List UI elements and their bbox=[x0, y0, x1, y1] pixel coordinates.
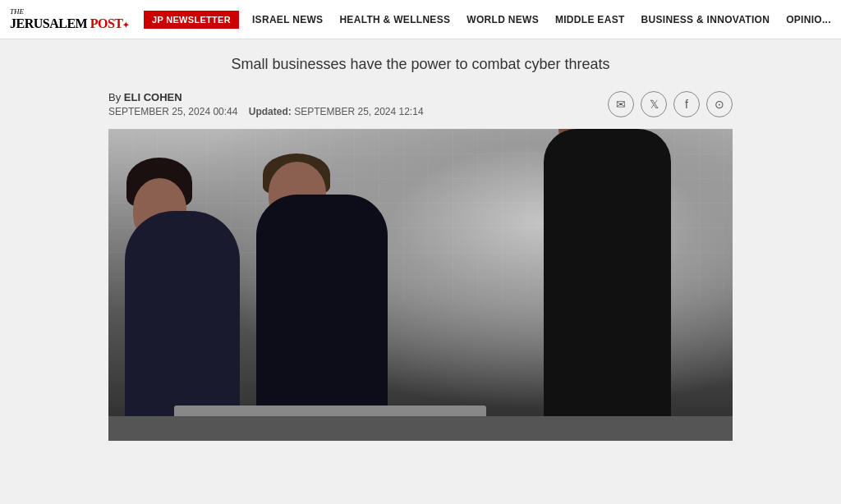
share-twitter-button[interactable]: 𝕏 bbox=[641, 91, 667, 117]
share-messenger-button[interactable]: ⊙ bbox=[706, 91, 733, 117]
social-share-bar: ✉ 𝕏 f ⊙ bbox=[608, 91, 733, 117]
main-content: Small businesses have the power to comba… bbox=[0, 39, 841, 441]
main-nav: ISRAEL NEWS HEALTH & WELLNESS WORLD NEWS… bbox=[252, 14, 831, 25]
logo-star: ✦ bbox=[122, 21, 129, 30]
nav-israel-news[interactable]: ISRAEL NEWS bbox=[252, 14, 323, 25]
nav-middle-east[interactable]: MIDDLE EAST bbox=[555, 14, 625, 25]
email-icon: ✉ bbox=[616, 98, 626, 111]
nav-opinion[interactable]: OPINIO... bbox=[786, 14, 831, 25]
person-middle bbox=[232, 153, 412, 441]
updated-date: SEPTEMBER 25, 2024 12:14 bbox=[294, 106, 423, 117]
article-image: MIS bbox=[108, 129, 733, 441]
newsletter-button[interactable]: JP NEWSLETTER bbox=[144, 11, 239, 29]
person-mid-body bbox=[256, 195, 388, 441]
publish-date: SEPTEMBER 25, 2024 00:44 bbox=[108, 106, 237, 117]
author-line: By ELI COHEN bbox=[108, 91, 424, 103]
article-meta: By ELI COHEN SEPTEMBER 25, 2024 00:44 Up… bbox=[92, 91, 749, 117]
meta-left: By ELI COHEN SEPTEMBER 25, 2024 00:44 Up… bbox=[108, 91, 424, 117]
updated-label: Updated: bbox=[249, 106, 292, 117]
article-container: Small businesses have the power to comba… bbox=[92, 56, 749, 441]
nav-health-wellness[interactable]: HEALTH & WELLNESS bbox=[339, 14, 450, 25]
logo-post: POST bbox=[90, 16, 123, 30]
date-line: SEPTEMBER 25, 2024 00:44 Updated: SEPTEM… bbox=[108, 106, 424, 117]
floor bbox=[108, 416, 733, 441]
logo-main: JERUSALEM POST✦ bbox=[10, 16, 129, 30]
share-facebook-button[interactable]: f bbox=[673, 91, 700, 117]
site-header: THE JERUSALEM POST✦ JP NEWSLETTER ISRAEL… bbox=[0, 0, 841, 39]
twitter-icon: 𝕏 bbox=[650, 98, 659, 111]
messenger-icon: ⊙ bbox=[715, 98, 724, 111]
logo-the: THE bbox=[10, 8, 129, 16]
author-name[interactable]: ELI COHEN bbox=[124, 91, 182, 103]
site-logo[interactable]: THE JERUSALEM POST✦ bbox=[10, 8, 129, 30]
person-right bbox=[527, 129, 692, 441]
share-email-button[interactable]: ✉ bbox=[608, 91, 634, 117]
author-prefix: By bbox=[108, 91, 121, 103]
article-image-wrapper: MIS bbox=[92, 129, 749, 441]
facebook-icon: f bbox=[685, 98, 688, 111]
article-subtitle: Small businesses have the power to comba… bbox=[92, 56, 749, 73]
nav-business[interactable]: BUSINESS & INNOVATION bbox=[641, 14, 770, 25]
nav-world-news[interactable]: WORLD NEWS bbox=[466, 14, 539, 25]
person-right-body bbox=[544, 129, 671, 441]
